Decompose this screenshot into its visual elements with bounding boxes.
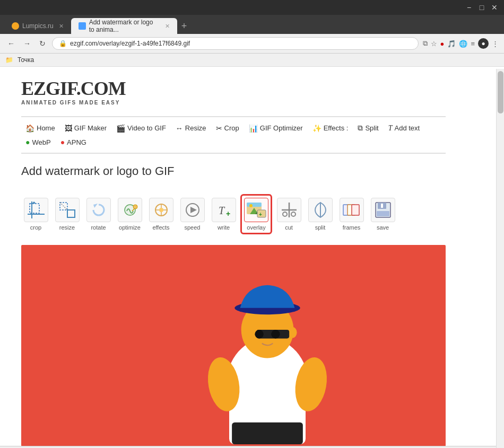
site-logo[interactable]: EZGIF.COM: [21, 77, 446, 100]
title-bar: − □ ✕: [0, 0, 504, 15]
write-icon: T +: [212, 198, 236, 222]
rotate-icon: [86, 198, 111, 222]
svg-marker-3: [32, 201, 36, 204]
menu-icon[interactable]: ⋮: [492, 40, 499, 48]
scrollbar[interactable]: [496, 69, 504, 446]
resize-nav-icon: ↔: [176, 124, 183, 133]
svg-point-48: [255, 330, 263, 338]
tool-effects[interactable]: effects: [146, 196, 176, 233]
svg-rect-33: [352, 205, 359, 215]
back-button[interactable]: ←: [5, 38, 17, 49]
nav-split[interactable]: ⧉ Split: [353, 121, 383, 135]
resize-icon: [55, 198, 80, 222]
tool-speed[interactable]: speed: [178, 196, 207, 233]
effects-nav-icon: ✨: [312, 124, 321, 133]
lumpics-tab-close[interactable]: ✕: [59, 23, 64, 30]
user-avatar[interactable]: ●: [478, 38, 489, 49]
svg-marker-7: [93, 204, 98, 208]
nav-effects-label: Effects :: [324, 124, 349, 132]
split-nav-icon: ⧉: [358, 124, 363, 133]
tool-frames[interactable]: frames: [337, 196, 366, 233]
gif-preview: [21, 245, 446, 446]
nav-optimizer-label: GIF Optimizer: [260, 124, 303, 132]
lumpics-tab-label: Lumpics.ru: [22, 22, 54, 30]
nav-menu: 🏠 Home 🖼 GIF Maker 🎬 Video to GIF ↔ Resi…: [21, 116, 446, 154]
optimize-icon: [118, 198, 142, 222]
maximize-button[interactable]: □: [477, 3, 486, 12]
nav-apng[interactable]: ● APNG: [56, 136, 91, 148]
nav-gif-optimizer[interactable]: 📊 GIF Optimizer: [245, 122, 307, 135]
svg-point-45: [288, 327, 297, 338]
nav-crop[interactable]: ✂ Crop: [212, 122, 244, 135]
page-title: Add watermark or logo to GIF: [21, 164, 446, 178]
svg-point-29: [291, 212, 296, 216]
profile-icon[interactable]: ●: [440, 40, 445, 48]
optimizer-icon: 📊: [249, 124, 258, 133]
nav-webp[interactable]: ● WebP: [21, 136, 55, 148]
svg-text:+: +: [226, 209, 230, 218]
video-icon: 🎬: [116, 124, 125, 133]
crop-nav-icon: ✂: [216, 124, 222, 133]
tool-effects-label: effects: [152, 224, 169, 231]
tool-crop[interactable]: crop: [21, 196, 50, 233]
nav-video-to-gif[interactable]: 🎬 Video to GIF: [112, 122, 170, 135]
read-mode-icon[interactable]: ≡: [471, 40, 475, 48]
music-icon[interactable]: 🎵: [447, 40, 456, 48]
forward-button[interactable]: →: [21, 38, 33, 49]
tool-rotate[interactable]: rotate: [84, 196, 113, 233]
tool-overlay[interactable]: + overlay: [240, 194, 272, 234]
tab-lumpics[interactable]: Lumpics.ru ✕: [4, 18, 71, 34]
tool-save[interactable]: save: [368, 196, 397, 233]
tool-write-label: write: [218, 224, 230, 231]
title-bar-controls: − □ ✕: [465, 3, 499, 12]
tool-write[interactable]: T + write: [209, 196, 238, 233]
nav-home[interactable]: 🏠 Home: [21, 122, 59, 135]
close-button[interactable]: ✕: [490, 3, 499, 12]
svg-point-28: [283, 212, 287, 216]
tool-optimize[interactable]: optimize: [115, 196, 144, 233]
horizontal-scrollbar[interactable]: [0, 446, 504, 448]
tab-ezgif[interactable]: Add watermark or logo to anima... ✕: [71, 18, 177, 34]
frames-icon: [340, 198, 364, 222]
tool-split[interactable]: split: [306, 196, 335, 233]
tool-cut-label: cut: [285, 224, 293, 231]
lumpics-favicon: [12, 22, 19, 30]
svg-line-6: [60, 203, 67, 210]
tool-resize-label: resize: [59, 224, 75, 231]
bookmark-tochka[interactable]: Точка: [15, 55, 36, 65]
nav-effects[interactable]: ✨ Effects :: [308, 122, 353, 135]
page-content: EZGIF.COM ANIMATED GIFS MADE EASY 🏠 Home…: [0, 67, 504, 446]
svg-rect-5: [67, 210, 75, 217]
inner-page: EZGIF.COM ANIMATED GIFS MADE EASY 🏠 Home…: [0, 67, 467, 446]
tool-cut[interactable]: cut: [274, 196, 303, 233]
minimize-button[interactable]: −: [465, 3, 473, 12]
tool-save-label: save: [377, 224, 389, 231]
nav-add-text[interactable]: T Add text: [384, 122, 424, 135]
svg-text:T: T: [219, 205, 225, 216]
lock-icon: 🔒: [59, 40, 67, 47]
webp-icon: ●: [25, 138, 30, 146]
tools-row: crop resize: [21, 189, 446, 240]
ezgif-favicon: [79, 22, 86, 30]
nav-webp-label: WebP: [32, 138, 50, 146]
ezgif-tab-close[interactable]: ✕: [165, 23, 170, 30]
nav-resize[interactable]: ↔ Resize: [171, 122, 211, 135]
svg-point-21: [249, 204, 253, 207]
nav-video-label: Video to GIF: [127, 124, 166, 132]
crop-icon: [24, 198, 48, 222]
tool-rotate-label: rotate: [91, 224, 106, 231]
reload-button[interactable]: ↻: [37, 38, 48, 49]
url-bar[interactable]: 🔒 ezgif.com/overlay/ezgif-1-a49fe17f6849…: [52, 37, 419, 50]
translate-icon[interactable]: 🌐: [459, 40, 467, 48]
tabs-bar: Lumpics.ru ✕ Add watermark or logo to an…: [0, 15, 504, 34]
new-tab-button[interactable]: +: [177, 19, 192, 34]
svg-rect-20: [247, 203, 262, 207]
overlay-icon: +: [244, 198, 268, 222]
tool-split-label: split: [315, 224, 326, 231]
screenshot-icon[interactable]: ⧉: [423, 39, 428, 48]
nav-gif-maker[interactable]: 🖼 GIF Maker: [60, 122, 111, 135]
bookmark-star-icon[interactable]: ☆: [431, 40, 437, 48]
logo-subtitle: ANIMATED GIFS MADE EASY: [21, 100, 446, 106]
tool-resize[interactable]: resize: [53, 196, 82, 233]
scrollbar-thumb[interactable]: [498, 71, 503, 113]
